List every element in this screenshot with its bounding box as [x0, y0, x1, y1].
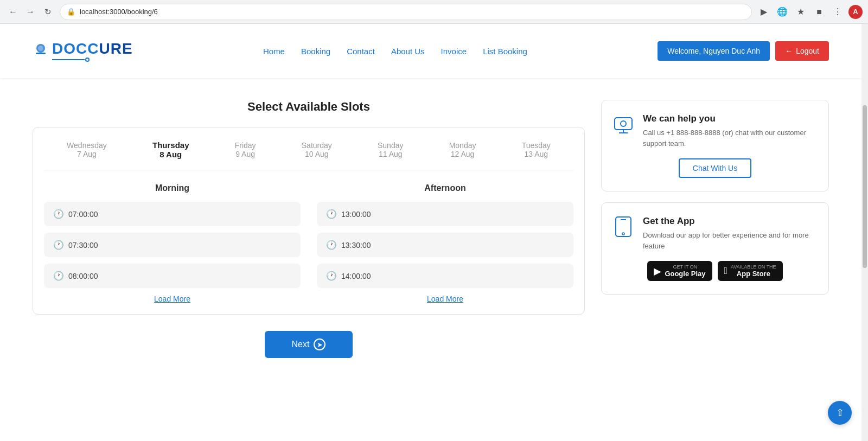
navbar: DOCCURE Home Booking Contact About Us In…: [0, 24, 861, 78]
logo-cure: URE: [99, 40, 132, 57]
slot-0800[interactable]: 🕐 08:00:00: [44, 264, 301, 288]
profile-avatar[interactable]: A: [848, 5, 863, 19]
app-store-text: AVAILABLE ON THE App Store: [731, 264, 776, 278]
logout-arrow-icon: ←: [785, 47, 793, 55]
left-panel: Select Available Slots Wednesday 7 Aug T…: [33, 100, 585, 358]
morning-col: Morning 🕐 07:00:00 🕐 07:30:00 🕐 08:00:00: [44, 183, 301, 303]
slot-0730[interactable]: 🕐 07:30:00: [44, 233, 301, 257]
section-title: Select Available Slots: [33, 100, 585, 114]
slot-1400[interactable]: 🕐 14:00:00: [317, 264, 573, 288]
more-button[interactable]: ⋮: [830, 4, 845, 20]
afternoon-title: Afternoon: [317, 183, 573, 193]
slot-1300[interactable]: 🕐 13:00:00: [317, 202, 573, 226]
day-tab-fri[interactable]: Friday 9 Aug: [231, 139, 260, 161]
welcome-button[interactable]: Welcome, Nguyen Duc Anh: [658, 41, 770, 61]
url-text: localhost:3000/booking/6: [80, 8, 158, 16]
slots-card: Wednesday 7 Aug Thursday 8 Aug Friday 9 …: [33, 127, 585, 315]
app-desc: Download our app for better experience a…: [643, 230, 818, 251]
help-card: We can help you Call us +1 888-888-8888 …: [601, 100, 829, 191]
next-circle-icon: ➤: [314, 338, 326, 350]
logo[interactable]: DOCCURE: [33, 40, 133, 62]
nav-home[interactable]: Home: [263, 47, 285, 56]
google-play-badge[interactable]: ▶ GET IT ON Google Play: [647, 261, 712, 281]
svg-point-2: [38, 46, 43, 51]
clock-icon-1300: 🕐: [326, 209, 337, 219]
day-tab-wed[interactable]: Wednesday 7 Aug: [62, 139, 111, 161]
nav-links: Home Booking Contact About Us Invoice Li…: [263, 47, 527, 56]
lock-icon: 🔒: [67, 8, 75, 16]
google-play-icon: ▶: [654, 265, 661, 277]
help-card-content: We can help you Call us +1 888-888-8888 …: [643, 113, 818, 149]
logo-icon: [33, 43, 49, 59]
app-store-badge[interactable]:  AVAILABLE ON THE App Store: [718, 261, 783, 281]
svg-point-11: [622, 233, 624, 235]
scrollbar-thumb: [863, 105, 867, 268]
app-title: Get the App: [643, 216, 818, 227]
extensions-button[interactable]: ■: [812, 4, 827, 20]
day-tabs: Wednesday 7 Aug Thursday 8 Aug Friday 9 …: [44, 138, 573, 170]
clock-icon-0730: 🕐: [53, 240, 64, 250]
svg-rect-5: [615, 118, 632, 130]
logo-doc: DOCC: [52, 40, 99, 57]
next-button[interactable]: Next ➤: [265, 331, 353, 358]
app-card: Get the App Download our app for better …: [601, 202, 829, 295]
clock-icon-1330: 🕐: [326, 240, 337, 250]
day-tab-sun[interactable]: Sunday 11 Aug: [373, 139, 407, 161]
reload-button[interactable]: ↻: [40, 4, 55, 20]
support-icon: [612, 113, 634, 139]
store-badges: ▶ GET IT ON Google Play  AVAILABLE ON T…: [647, 261, 782, 281]
help-desc: Call us +1 888-888-8888 (or) chat with o…: [643, 127, 818, 149]
forward-button[interactable]: →: [23, 4, 38, 20]
browser-chrome: ← → ↻ 🔒 localhost:3000/booking/6 ▶ 🌐 ★ ■…: [0, 0, 868, 24]
logo-decoration: [52, 57, 95, 62]
back-button[interactable]: ←: [5, 4, 21, 20]
google-play-text: GET IT ON Google Play: [665, 264, 705, 278]
next-btn-wrapper: Next ➤: [33, 331, 585, 358]
apple-icon: : [724, 265, 728, 277]
clock-icon-0700: 🕐: [53, 209, 64, 219]
screen-cast-button[interactable]: ▶: [756, 4, 771, 20]
clock-icon-1400: 🕐: [326, 271, 337, 281]
morning-load-more[interactable]: Load More: [44, 295, 301, 303]
morning-title: Morning: [44, 183, 301, 193]
svg-point-6: [621, 121, 626, 126]
help-title: We can help you: [643, 113, 818, 124]
day-tab-sat[interactable]: Saturday 10 Aug: [297, 139, 336, 161]
afternoon-load-more[interactable]: Load More: [317, 295, 573, 303]
nav-booking[interactable]: Booking: [301, 47, 330, 56]
slot-1330[interactable]: 🕐 13:30:00: [317, 233, 573, 257]
nav-actions: Welcome, Nguyen Duc Anh ← Logout: [658, 41, 829, 61]
browser-actions: ▶ 🌐 ★ ■ ⋮ A: [756, 4, 863, 20]
nav-list-booking[interactable]: List Booking: [483, 47, 527, 56]
nav-contact[interactable]: Contact: [347, 47, 375, 56]
svg-rect-1: [36, 53, 46, 54]
logout-button[interactable]: ← Logout: [775, 41, 829, 61]
app-card-content: Get the App Download our app for better …: [643, 216, 818, 251]
afternoon-col: Afternoon 🕐 13:00:00 🕐 13:30:00 🕐 14:00:…: [317, 183, 573, 303]
phone-icon: [612, 216, 634, 242]
scrollbar[interactable]: [861, 24, 868, 441]
slot-0700[interactable]: 🕐 07:00:00: [44, 202, 301, 226]
day-tab-thu[interactable]: Thursday 8 Aug: [148, 138, 194, 161]
scroll-top-button[interactable]: ⇧: [828, 401, 852, 425]
help-card-top: We can help you Call us +1 888-888-8888 …: [612, 113, 818, 149]
nav-about[interactable]: About Us: [391, 47, 425, 56]
bookmark-button[interactable]: ★: [793, 4, 808, 20]
nav-buttons: ← → ↻: [5, 4, 55, 20]
day-tab-tue[interactable]: Tuesday 13 Aug: [518, 139, 555, 161]
translate-button[interactable]: 🌐: [775, 4, 790, 20]
app-card-top: Get the App Download our app for better …: [612, 216, 818, 251]
chat-button[interactable]: Chat With Us: [679, 158, 751, 178]
page: DOCCURE Home Booking Contact About Us In…: [0, 24, 868, 441]
nav-invoice[interactable]: Invoice: [441, 47, 467, 56]
address-bar[interactable]: 🔒 localhost:3000/booking/6: [60, 4, 752, 20]
main-content: Select Available Slots Wednesday 7 Aug T…: [0, 78, 861, 391]
right-panel: We can help you Call us +1 888-888-8888 …: [601, 100, 829, 295]
slots-grid: Morning 🕐 07:00:00 🕐 07:30:00 🕐 08:00:00: [44, 183, 573, 303]
day-tab-mon[interactable]: Monday 12 Aug: [445, 139, 481, 161]
logo-text: DOCCURE: [52, 40, 133, 62]
clock-icon-0800: 🕐: [53, 271, 64, 281]
svg-point-4: [86, 58, 89, 61]
